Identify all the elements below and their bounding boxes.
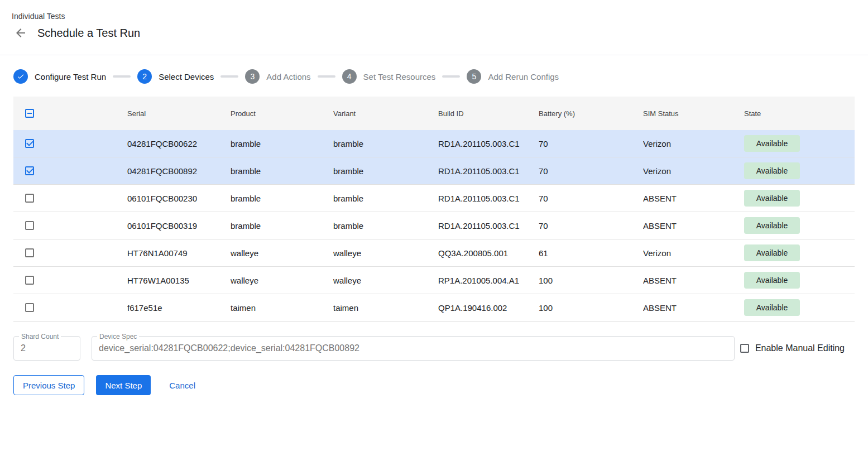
cell-battery: 70 xyxy=(539,166,643,176)
cell-serial: HT76N1A00749 xyxy=(127,248,231,258)
cell-product: bramble xyxy=(231,194,333,203)
cell-serial: HT76W1A00135 xyxy=(127,276,231,285)
state-badge: Available xyxy=(744,272,800,289)
state-badge: Available xyxy=(744,244,800,261)
cell-sim-status: Verizon xyxy=(643,248,744,258)
table-row[interactable]: 04281FQCB00622 bramble bramble RD1A.2011… xyxy=(13,130,855,157)
step-number: 5 xyxy=(472,72,476,81)
step-connector xyxy=(442,75,460,78)
cell-variant: taimen xyxy=(333,303,438,313)
cell-build-id: RP1A.201005.004.A1 xyxy=(438,276,539,285)
next-step-button[interactable]: Next Step xyxy=(96,375,151,395)
step-number: 4 xyxy=(347,72,352,81)
check-icon xyxy=(17,73,25,80)
select-all-checkbox[interactable] xyxy=(25,109,34,118)
row-checkbox[interactable] xyxy=(25,221,34,230)
column-header-state: State xyxy=(744,109,855,118)
cell-serial: 06101FQCB00319 xyxy=(127,221,231,231)
cell-variant: bramble xyxy=(333,194,438,203)
cell-serial: 04281FQCB00892 xyxy=(127,166,231,176)
cell-battery: 100 xyxy=(539,303,643,313)
cancel-button[interactable]: Cancel xyxy=(165,375,200,395)
device-table-body: 04281FQCB00622 bramble bramble RD1A.2011… xyxy=(13,130,855,322)
cell-build-id: RD1A.201105.003.C1 xyxy=(438,166,539,176)
step-circle: 1 xyxy=(13,69,28,84)
cell-product: bramble xyxy=(231,166,333,176)
device-spec-label: Device Spec xyxy=(97,333,139,340)
cell-sim-status: ABSENT xyxy=(643,221,744,231)
step-connector xyxy=(220,75,238,78)
cell-battery: 70 xyxy=(539,139,643,148)
cell-build-id: RD1A.201105.003.C1 xyxy=(438,194,539,203)
arrow-back-icon xyxy=(14,26,27,40)
step-label: Add Rerun Configs xyxy=(488,72,559,81)
step-number: 2 xyxy=(142,72,147,81)
stepper: 1 Configure Test Run 2 Select Devices 3 … xyxy=(13,69,868,84)
step-label: Select Devices xyxy=(159,72,214,81)
device-table: Serial Product Variant Build ID Battery … xyxy=(13,97,855,322)
cell-battery: 70 xyxy=(539,194,643,203)
table-row[interactable]: HT76W1A00135 walleye walleye RP1A.201005… xyxy=(13,267,855,294)
device-spec-input[interactable] xyxy=(92,337,734,360)
row-checkbox[interactable] xyxy=(25,248,34,257)
column-header-serial: Serial xyxy=(127,109,231,118)
cell-battery: 70 xyxy=(539,221,643,231)
page-title: Schedule a Test Run xyxy=(37,27,140,40)
cell-sim-status: ABSENT xyxy=(643,276,744,285)
table-row[interactable]: 04281FQCB00892 bramble bramble RD1A.2011… xyxy=(13,157,855,185)
state-badge: Available xyxy=(744,162,800,179)
cell-build-id: QQ3A.200805.001 xyxy=(438,248,539,258)
table-row[interactable]: 06101FQCB00230 bramble bramble RD1A.2011… xyxy=(13,185,855,212)
cell-sim-status: Verizon xyxy=(643,166,744,176)
cell-build-id: QP1A.190416.002 xyxy=(438,303,539,313)
manual-editing-checkbox[interactable] xyxy=(740,344,749,353)
stepper-step-3[interactable]: 3 Add Actions xyxy=(245,69,310,84)
breadcrumb: Individual Tests xyxy=(12,12,855,21)
column-header-product: Product xyxy=(231,109,333,118)
step-circle: 2 xyxy=(137,69,152,84)
cell-variant: walleye xyxy=(333,248,438,258)
row-checkbox[interactable] xyxy=(25,166,34,175)
state-badge: Available xyxy=(744,190,800,207)
cell-sim-status: Verizon xyxy=(643,139,744,148)
previous-step-button[interactable]: Previous Step xyxy=(13,375,84,395)
page-header: Individual Tests Schedule a Test Run xyxy=(0,0,868,55)
column-header-variant: Variant xyxy=(333,109,438,118)
table-row[interactable]: HT76N1A00749 walleye walleye QQ3A.200805… xyxy=(13,239,855,267)
table-row[interactable]: 06101FQCB00319 bramble bramble RD1A.2011… xyxy=(13,212,855,239)
step-circle: 3 xyxy=(245,69,260,84)
step-number: 3 xyxy=(250,72,255,81)
row-checkbox[interactable] xyxy=(25,194,34,203)
cell-product: bramble xyxy=(231,139,333,148)
cell-product: taimen xyxy=(231,303,333,313)
row-checkbox[interactable] xyxy=(25,303,34,312)
step-label: Set Test Resources xyxy=(363,72,436,81)
state-badge: Available xyxy=(744,135,800,152)
cell-battery: 61 xyxy=(539,248,643,258)
stepper-step-5[interactable]: 5 Add Rerun Configs xyxy=(467,69,559,84)
table-header-row: Serial Product Variant Build ID Battery … xyxy=(13,97,855,130)
action-buttons: Previous Step Next Step Cancel xyxy=(13,375,855,395)
cell-variant: walleye xyxy=(333,276,438,285)
cell-product: walleye xyxy=(231,276,333,285)
stepper-step-1[interactable]: 1 Configure Test Run xyxy=(13,69,106,84)
column-header-battery: Battery (%) xyxy=(539,109,643,118)
cell-variant: bramble xyxy=(333,139,438,148)
step-label: Configure Test Run xyxy=(35,72,106,81)
cell-build-id: RD1A.201105.003.C1 xyxy=(438,221,539,231)
column-header-build-id: Build ID xyxy=(438,109,539,118)
row-checkbox[interactable] xyxy=(25,276,34,285)
row-checkbox[interactable] xyxy=(25,139,34,148)
table-row[interactable]: f617e51e taimen taimen QP1A.190416.002 1… xyxy=(13,294,855,322)
cell-product: walleye xyxy=(231,248,333,258)
cell-serial: f617e51e xyxy=(127,303,231,313)
cell-variant: bramble xyxy=(333,221,438,231)
cell-build-id: RD1A.201105.003.C1 xyxy=(438,139,539,148)
stepper-step-4[interactable]: 4 Set Test Resources xyxy=(342,69,436,84)
state-badge: Available xyxy=(744,299,800,316)
back-button[interactable] xyxy=(13,25,28,41)
step-connector xyxy=(318,75,335,78)
enable-manual-editing[interactable]: Enable Manual Editing xyxy=(740,343,845,353)
stepper-step-2[interactable]: 2 Select Devices xyxy=(137,69,214,84)
cell-battery: 100 xyxy=(539,276,643,285)
